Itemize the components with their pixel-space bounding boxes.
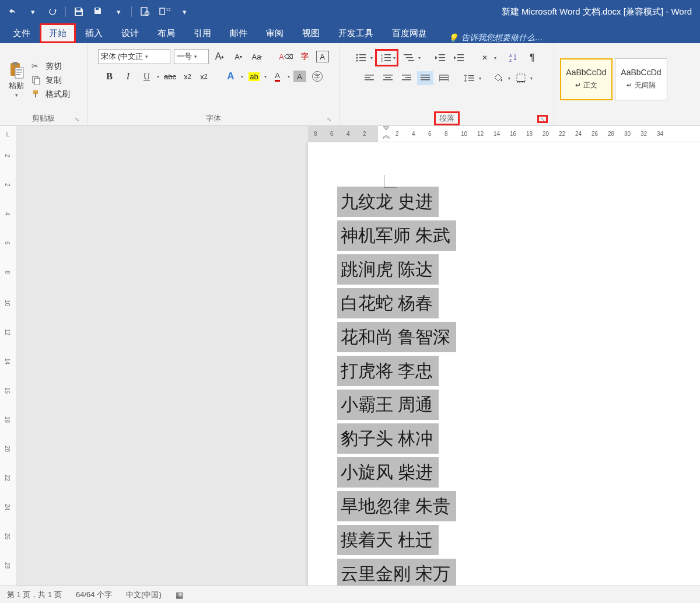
enclose-char-button[interactable]: 字 [310, 69, 325, 84]
status-words[interactable]: 64/64 个字 [76, 590, 112, 600]
shrink-font-button[interactable]: A▾ [231, 49, 246, 64]
format-painter-button[interactable]: 格式刷 [32, 89, 70, 100]
paragraph-launcher[interactable]: ⤡ [537, 115, 548, 123]
line-spacing-button[interactable] [461, 71, 478, 85]
format-painter-label: 格式刷 [46, 89, 70, 100]
svg-rect-60 [517, 81, 525, 82]
text-effects-button[interactable]: A [223, 69, 239, 84]
svg-point-18 [356, 54, 358, 56]
tab-design[interactable]: 设计 [112, 23, 148, 43]
svg-rect-48 [405, 77, 411, 78]
svg-rect-50 [421, 75, 430, 76]
subscript-button[interactable]: x2 [181, 69, 194, 84]
print-preview-button[interactable] [136, 3, 153, 20]
brush-icon [32, 89, 42, 100]
font-size-combo[interactable]: 一号▾ [174, 49, 209, 64]
align-center-button[interactable] [380, 71, 396, 85]
qat-dropdown-1[interactable]: ▾ [110, 3, 127, 20]
cut-label: 剪切 [46, 61, 62, 72]
highlight-button[interactable]: ab [247, 69, 262, 84]
style-no-spacing[interactable]: AaBbCcDd ↵ 无间隔 [615, 58, 667, 100]
superscript-button[interactable]: x2 [198, 69, 211, 84]
justify-button[interactable] [417, 71, 433, 85]
multilevel-list-button[interactable] [401, 51, 417, 65]
strikethrough-button[interactable]: abc [163, 69, 178, 84]
svg-point-22 [356, 60, 358, 62]
status-page[interactable]: 第 1 页，共 1 页 [7, 590, 62, 600]
svg-rect-54 [439, 77, 449, 78]
char-border-button[interactable]: A [316, 51, 329, 62]
style-normal[interactable]: AaBbCcDd ↵ 正文 [560, 58, 612, 100]
horizontal-ruler[interactable]: 8642246810121416182022242628303234 [308, 126, 700, 142]
tab-baidu[interactable]: 百度网盘 [383, 23, 436, 43]
svg-text:3: 3 [381, 59, 383, 62]
tab-review[interactable]: 审阅 [257, 23, 293, 43]
svg-rect-15 [34, 78, 40, 85]
tell-me[interactable]: 💡 告诉我您想要做什么… [448, 33, 543, 43]
char-shading-button[interactable]: A [293, 71, 306, 82]
show-marks-button[interactable]: ¶ [524, 51, 541, 65]
tab-layout[interactable]: 布局 [148, 23, 184, 43]
cut-button[interactable]: ✂剪切 [32, 61, 70, 72]
distributed-button[interactable] [436, 71, 452, 85]
svg-rect-9 [13, 62, 18, 65]
asian-layout-button[interactable]: ✕ [477, 51, 493, 65]
tab-references[interactable]: 引用 [184, 23, 220, 43]
italic-button[interactable]: I [121, 69, 136, 84]
bullets-button[interactable] [353, 51, 369, 65]
tab-selector[interactable]: L [0, 126, 16, 142]
tab-view[interactable]: 视图 [293, 23, 329, 43]
group-font: 宋体 (中文正▾ 一号▾ A▴ A▾ Aa▾ A⌫ 字 A B I U▾ abc… [88, 43, 340, 125]
grow-font-button[interactable]: A▴ [212, 49, 228, 64]
align-right-button[interactable] [398, 71, 415, 85]
borders-button[interactable] [513, 71, 529, 85]
redo-button[interactable] [44, 3, 61, 20]
numbering-dropdown[interactable]: ▾ [393, 55, 396, 61]
shading-button[interactable] [491, 71, 507, 85]
phonetic-guide-button[interactable]: 字 [298, 49, 313, 64]
svg-rect-59 [517, 74, 525, 82]
sort-button[interactable]: AZ [506, 51, 522, 65]
svg-rect-2 [76, 12, 82, 15]
svg-rect-47 [402, 75, 411, 76]
save-dropdown-button[interactable] [90, 3, 107, 20]
svg-rect-6 [160, 8, 164, 15]
undo-dropdown[interactable]: ▾ [24, 3, 41, 20]
special-button[interactable]: 123 [156, 3, 173, 20]
undo-button[interactable] [5, 3, 21, 20]
tab-home[interactable]: 开始 [40, 23, 76, 43]
paste-button[interactable]: 粘贴 ▾ [4, 61, 29, 98]
qat-customize[interactable]: ▾ [176, 3, 192, 20]
svg-rect-3 [96, 8, 99, 10]
tab-developer[interactable]: 开发工具 [329, 23, 383, 43]
vertical-ruler[interactable]: 2246810121416182022242628 [0, 142, 16, 601]
font-size-value: 一号 [177, 51, 192, 62]
underline-button[interactable]: U [139, 69, 155, 84]
numbering-button[interactable]: 123 [378, 51, 394, 65]
save-button[interactable] [71, 3, 87, 20]
indent-marker[interactable] [383, 126, 390, 139]
tab-file[interactable]: 文件 [4, 23, 40, 43]
font-name-combo[interactable]: 宋体 (中文正▾ [98, 49, 170, 64]
tab-insert[interactable]: 插入 [76, 23, 112, 43]
bold-button[interactable]: B [102, 69, 117, 84]
copy-button[interactable]: 复制 [32, 75, 70, 86]
font-launcher[interactable]: ⤡ [325, 115, 333, 123]
align-left-button[interactable] [361, 71, 377, 85]
selected-text-block[interactable]: 九纹龙 史进神机军师 朱武跳涧虎 陈达白花蛇 杨春花和尚 鲁智深打虎将 李忠小霸… [337, 187, 700, 593]
cursor-indicator [384, 175, 397, 188]
status-language[interactable]: 中文(中国) [126, 590, 162, 600]
clear-format-button[interactable]: A⌫ [279, 49, 294, 64]
document-scroll[interactable]: 九纹龙 史进神机军师 朱武跳涧虎 陈达白花蛇 杨春花和尚 鲁智深打虎将 李忠小霸… [16, 142, 700, 601]
svg-rect-61 [383, 137, 389, 139]
svg-rect-34 [439, 57, 445, 58]
decrease-indent-button[interactable] [432, 51, 449, 65]
clipboard-launcher[interactable]: ⤡ [73, 115, 81, 123]
increase-indent-button[interactable] [451, 51, 467, 65]
svg-rect-33 [439, 54, 445, 55]
tab-mailings[interactable]: 邮件 [220, 23, 257, 43]
macro-icon[interactable]: ▦ [176, 590, 183, 600]
change-case-button[interactable]: Aa▾ [250, 49, 265, 64]
svg-rect-45 [385, 77, 391, 78]
font-color-button[interactable]: A [270, 69, 285, 84]
